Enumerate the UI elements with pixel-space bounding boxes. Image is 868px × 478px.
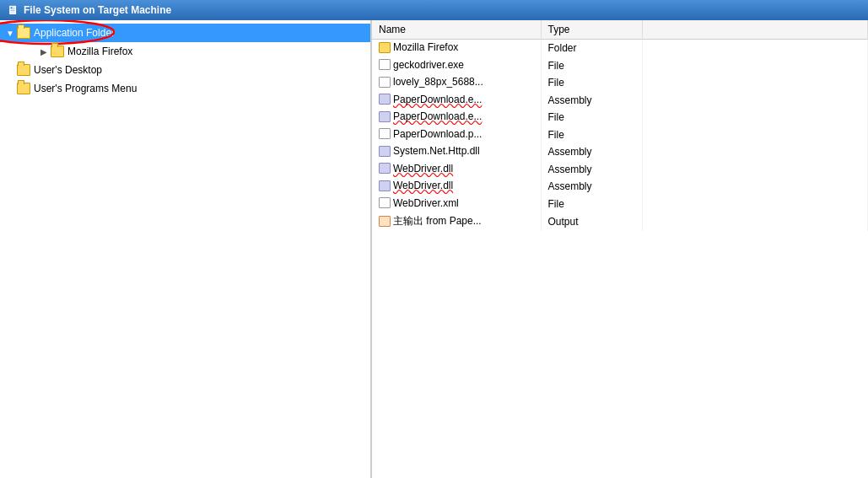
- folder-closed-icon-programs: [17, 83, 30, 94]
- table-row[interactable]: WebDriver.dll Assembly: [372, 178, 868, 196]
- column-header-name[interactable]: Name: [372, 20, 541, 40]
- tree-item-mozilla-firefox[interactable]: ▶ Mozilla Firefox: [0, 42, 370, 61]
- file-type-cell: Assembly: [541, 161, 642, 179]
- file-name: PaperDownload.e...: [393, 94, 482, 105]
- file-name-cell: PaperDownload.p...: [372, 126, 541, 144]
- table-row[interactable]: PaperDownload.e... File: [372, 109, 868, 126]
- file-type-cell: File: [541, 126, 642, 144]
- file-extra-cell: [642, 57, 868, 75]
- folder-open-icon: [17, 27, 30, 39]
- column-header-type[interactable]: Type: [541, 20, 642, 40]
- file-name-cell: 主输出 from Pape...: [372, 212, 541, 231]
- file-icon: [379, 59, 391, 70]
- file-icon: [379, 94, 391, 105]
- file-extra-cell: [642, 178, 868, 196]
- title-bar: 🖥 File System on Target Machine: [0, 0, 868, 20]
- file-name-cell: System.Net.Http.dll: [372, 143, 541, 161]
- file-icon: [379, 197, 391, 208]
- file-icon: [379, 128, 391, 139]
- file-extra-cell: [642, 40, 868, 57]
- window-title: File System on Target Machine: [24, 4, 171, 16]
- file-extra-cell: [642, 143, 868, 161]
- table-row[interactable]: WebDriver.dll Assembly: [372, 161, 868, 179]
- file-name-cell: PaperDownload.e...: [372, 92, 541, 110]
- file-type-cell: File: [541, 196, 642, 213]
- file-type-cell: Assembly: [541, 143, 642, 161]
- tree-label-users-programs-menu: User's Programs Menu: [34, 83, 137, 94]
- tree-label-mozilla-firefox: Mozilla Firefox: [67, 46, 132, 57]
- file-icon: [379, 111, 391, 122]
- file-icon: [379, 146, 391, 157]
- file-extra-cell: [642, 196, 868, 213]
- tree-item-application-folder[interactable]: ▼ Application Folder: [0, 24, 370, 42]
- tree-wrapper: ▼ Application Folder ▶ Mozilla Firefox: [0, 24, 370, 98]
- table-row[interactable]: Mozilla Firefox Folder: [372, 40, 868, 57]
- tree-item-users-programs-menu[interactable]: User's Programs Menu: [0, 79, 370, 98]
- tree-panel: ▼ Application Folder ▶ Mozilla Firefox: [0, 20, 371, 478]
- column-header-extra: [642, 20, 868, 40]
- file-icon: [379, 163, 391, 174]
- table-header-row: Name Type: [372, 20, 868, 40]
- file-name-cell: WebDriver.xml: [372, 196, 541, 213]
- file-name: lovely_88px_5688...: [393, 76, 483, 88]
- file-name: PaperDownload.p...: [393, 128, 482, 140]
- file-icon: [379, 180, 391, 191]
- title-icon: 🖥: [7, 3, 19, 17]
- folder-closed-icon-mozilla: [51, 46, 64, 57]
- folder-closed-icon-desktop: [17, 64, 30, 76]
- file-extra-cell: [642, 92, 868, 110]
- file-type-cell: File: [541, 74, 642, 92]
- table-row[interactable]: PaperDownload.e... Assembly: [372, 92, 868, 110]
- table-row[interactable]: PaperDownload.p... File: [372, 126, 868, 144]
- file-name-cell: WebDriver.dll: [372, 161, 541, 179]
- file-name: geckodriver.exe: [393, 59, 464, 71]
- file-type-cell: File: [541, 109, 642, 126]
- file-type-cell: Assembly: [541, 178, 642, 196]
- file-type-cell: Assembly: [541, 92, 642, 110]
- table-row[interactable]: 主输出 from Pape... Output: [372, 212, 868, 231]
- file-extra-cell: [642, 212, 868, 231]
- expand-arrow-application-folder: ▼: [3, 29, 17, 38]
- file-icon: [379, 42, 391, 53]
- file-name-cell: geckodriver.exe: [372, 57, 541, 75]
- file-name: 主输出 from Pape...: [393, 214, 482, 228]
- file-icon: [379, 216, 391, 227]
- file-name-cell: Mozilla Firefox: [372, 40, 541, 57]
- file-panel: Name Type Mozilla Firefox Folder geckodr…: [372, 20, 868, 478]
- table-row[interactable]: geckodriver.exe File: [372, 57, 868, 75]
- file-type-cell: Folder: [541, 40, 642, 57]
- expand-arrow-mozilla-firefox: ▶: [37, 47, 51, 56]
- file-name-cell: WebDriver.dll: [372, 178, 541, 196]
- file-icon: [379, 77, 391, 88]
- file-name: WebDriver.dll: [393, 163, 453, 175]
- file-extra-cell: [642, 126, 868, 144]
- file-name: WebDriver.dll: [393, 180, 453, 191]
- file-name-cell: PaperDownload.e...: [372, 109, 541, 126]
- tree-label-application-folder: Application Folder: [34, 27, 115, 39]
- file-name: Mozilla Firefox: [393, 41, 458, 53]
- file-extra-cell: [642, 161, 868, 179]
- file-table: Name Type Mozilla Firefox Folder geckodr…: [372, 20, 868, 231]
- table-row[interactable]: System.Net.Http.dll Assembly: [372, 143, 868, 161]
- file-name: PaperDownload.e...: [393, 110, 482, 122]
- file-type-cell: File: [541, 57, 642, 75]
- file-extra-cell: [642, 74, 868, 92]
- file-name: System.Net.Http.dll: [393, 145, 480, 157]
- file-extra-cell: [642, 109, 868, 126]
- file-name: WebDriver.xml: [393, 197, 459, 209]
- file-name-cell: lovely_88px_5688...: [372, 74, 541, 92]
- file-type-cell: Output: [541, 212, 642, 231]
- tree-label-users-desktop: User's Desktop: [34, 64, 102, 76]
- table-row[interactable]: lovely_88px_5688... File: [372, 74, 868, 92]
- tree-item-users-desktop[interactable]: User's Desktop: [0, 61, 370, 79]
- table-row[interactable]: WebDriver.xml File: [372, 196, 868, 213]
